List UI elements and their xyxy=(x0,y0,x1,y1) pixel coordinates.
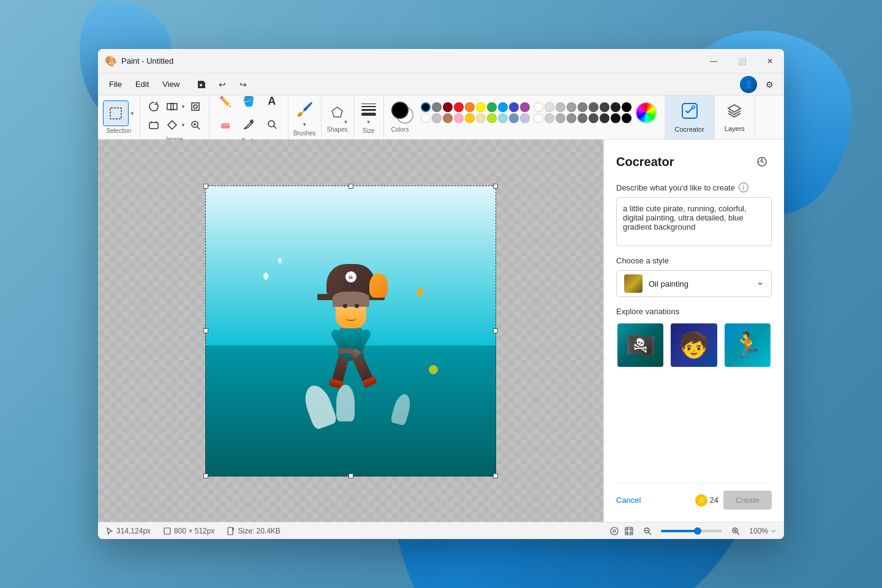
color-lightgray[interactable] xyxy=(432,113,442,123)
view-mode-icon[interactable] xyxy=(609,526,619,536)
ext2-5[interactable] xyxy=(578,113,587,123)
ext2-7[interactable] xyxy=(600,113,609,123)
variations-grid: 🏴‍☠️ 🧒 🏃 xyxy=(616,322,772,368)
color-darkred[interactable] xyxy=(443,102,453,112)
ext-3[interactable] xyxy=(567,102,576,112)
color-purple[interactable] xyxy=(520,102,530,112)
ext-1[interactable] xyxy=(545,102,554,112)
fill-chevron[interactable]: ▼ xyxy=(181,123,186,128)
select-chevron[interactable]: ▼ xyxy=(181,104,186,110)
layers-tool[interactable]: Layers xyxy=(715,96,755,139)
foreground-color[interactable] xyxy=(391,102,409,119)
size-3px[interactable] xyxy=(361,109,376,111)
ext-black[interactable] xyxy=(622,102,631,112)
select-all-tool[interactable] xyxy=(164,98,181,115)
ext2-3[interactable] xyxy=(556,113,565,123)
color-steelblue[interactable] xyxy=(509,113,519,123)
ext-6[interactable] xyxy=(600,102,609,112)
ext-5[interactable] xyxy=(589,102,598,112)
style-dropdown[interactable]: Oil painting xyxy=(616,270,772,297)
ext-4[interactable] xyxy=(578,102,587,112)
color-orange[interactable] xyxy=(465,102,475,112)
size-chevron[interactable]: ▼ xyxy=(366,119,371,125)
color-black[interactable] xyxy=(421,102,431,112)
size-5px[interactable] xyxy=(361,113,376,116)
color-yellow[interactable] xyxy=(476,102,486,112)
brush-tool[interactable]: 🖌️ xyxy=(293,99,315,121)
maximize-button[interactable]: ⬜ xyxy=(728,49,756,73)
eraser-tool[interactable] xyxy=(214,113,236,135)
zoom-out-button[interactable] xyxy=(639,522,656,540)
ext2-black[interactable] xyxy=(622,113,631,123)
ext2-8[interactable] xyxy=(611,113,620,123)
size-1px[interactable] xyxy=(361,104,376,104)
fill-image-tool[interactable] xyxy=(164,116,181,134)
magnifier-tool[interactable] xyxy=(261,113,283,135)
canvas-container[interactable]: ☠ xyxy=(98,140,603,522)
menu-edit[interactable]: Edit xyxy=(129,77,155,91)
prompt-textarea[interactable]: a little cute pirate, running, colorful,… xyxy=(616,197,772,246)
color-lime[interactable] xyxy=(487,113,497,123)
text-tool[interactable]: A xyxy=(261,90,283,112)
color-white[interactable] xyxy=(421,113,431,123)
erase-image-tool[interactable] xyxy=(145,116,162,134)
layers-label: Layers xyxy=(725,125,745,132)
ext-2[interactable] xyxy=(556,102,565,112)
user-avatar[interactable]: 👤 xyxy=(740,76,757,93)
style-label: Choose a style xyxy=(616,256,772,265)
brush-chevron[interactable]: ▼ xyxy=(302,122,307,127)
pencil-tool[interactable]: ✏️ xyxy=(214,90,236,112)
info-icon[interactable]: i xyxy=(739,183,748,192)
menu-view[interactable]: View xyxy=(156,77,186,91)
history-button[interactable] xyxy=(752,152,772,172)
color-blue[interactable] xyxy=(498,102,508,112)
crop-tool[interactable] xyxy=(187,98,204,115)
size-2px[interactable] xyxy=(361,106,376,107)
shapes-chevron[interactable]: ▼ xyxy=(344,119,349,125)
zoom-tool[interactable] xyxy=(187,116,204,134)
create-button[interactable]: Create xyxy=(723,491,772,510)
minimize-button[interactable]: — xyxy=(699,49,728,73)
colors-group: Colors xyxy=(384,96,665,139)
zoom-in-button[interactable] xyxy=(727,522,744,540)
color-picker-tool[interactable] xyxy=(238,113,260,135)
color-gold[interactable] xyxy=(465,113,475,123)
variation-2[interactable]: 🧒 xyxy=(669,322,718,368)
color-green[interactable] xyxy=(487,102,497,112)
ext2-6[interactable] xyxy=(589,113,598,123)
variation-1[interactable]: 🏴‍☠️ xyxy=(616,322,665,368)
ext2-1[interactable] xyxy=(533,113,543,123)
canvas[interactable]: ☠ xyxy=(205,186,496,477)
color-indigo[interactable] xyxy=(509,102,519,112)
variation-3[interactable]: 🏃 xyxy=(723,322,772,368)
color-picker-rainbow[interactable] xyxy=(635,102,657,124)
fit-view-icon[interactable] xyxy=(624,526,634,536)
fill-tool[interactable]: 🪣 xyxy=(238,90,260,112)
cocreator-tool[interactable]: Cocreator xyxy=(665,96,715,139)
zoom-dropdown-chevron[interactable] xyxy=(771,528,777,534)
selection-chevron[interactable]: ▼ xyxy=(130,111,135,116)
rotate-tool[interactable] xyxy=(145,98,162,115)
ext-white[interactable] xyxy=(533,102,543,112)
zoom-slider[interactable] xyxy=(661,530,722,532)
ext2-2[interactable] xyxy=(545,113,554,123)
color-lavender[interactable] xyxy=(520,113,530,123)
panel-title: Cocreator xyxy=(616,155,674,169)
ext2-4[interactable] xyxy=(567,113,576,123)
ext-7[interactable] xyxy=(611,102,620,112)
selection-tool[interactable] xyxy=(103,100,129,126)
close-button[interactable]: ✕ xyxy=(756,49,784,73)
statusbar: 314,124px 800 × 512px Size: 20.4KB 10 xyxy=(98,522,784,539)
color-lightblue[interactable] xyxy=(498,113,508,123)
color-cream[interactable] xyxy=(476,113,486,123)
menu-file[interactable]: File xyxy=(103,77,128,91)
color-red[interactable] xyxy=(454,102,464,112)
cancel-button[interactable]: Cancel xyxy=(616,492,641,508)
color-gray[interactable] xyxy=(432,102,442,112)
color-pink[interactable] xyxy=(454,113,464,123)
color-brown[interactable] xyxy=(443,113,453,123)
svg-line-14 xyxy=(274,126,276,129)
settings-button[interactable]: ⚙ xyxy=(760,75,779,94)
save-button[interactable] xyxy=(192,75,211,94)
svg-line-24 xyxy=(649,532,651,535)
